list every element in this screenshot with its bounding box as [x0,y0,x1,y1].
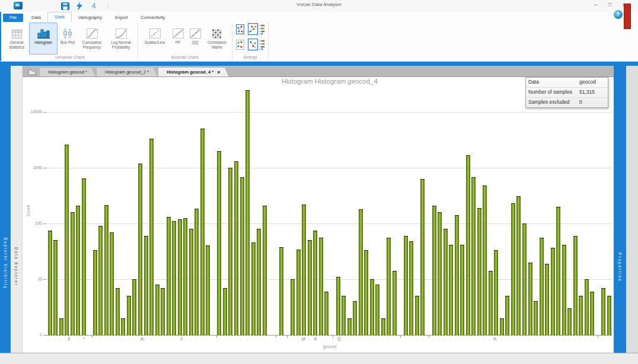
histogram-bar [104,205,109,336]
x-minor-label: - [320,337,321,341]
x-tick-mark [598,336,598,338]
x-minor-label: - [444,337,445,341]
sidebar-tab-properties[interactable]: Properties [614,66,626,353]
info-label: Number of samples [528,88,579,97]
doc-tab-2[interactable]: Histogram geocod_2 * [97,68,157,76]
x-minor-label: - [529,337,530,341]
x-minor-label: - [489,337,490,341]
x-minor-label: - [608,337,609,341]
x-minor-label: - [354,337,355,341]
histogram-bar [607,296,611,336]
x-minor-label: - [116,337,117,341]
histogram-bar [93,250,97,336]
doc-tab-1[interactable]: Histogram geocod * [40,68,95,76]
x-minor-label: - [94,337,95,341]
histogram-bar [65,145,69,336]
x-minor-label: - [167,337,168,341]
x-minor-label: - [551,337,553,341]
x-minor-label: - [151,337,152,341]
sidebar-tab-data-explorer[interactable]: Data Explorer [11,66,23,353]
histogram-bar [522,223,527,336]
x-minor-label: - [467,337,468,341]
histogram-bar [98,226,103,336]
histogram-bar [551,248,555,336]
gridline [46,223,612,224]
x-minor-label: - [297,337,298,341]
histogram-bar [494,250,498,336]
histogram-bar [144,236,148,336]
histogram-bar [189,229,193,336]
x-minor-label: - [100,337,101,341]
y-tick-mark [43,112,46,113]
x-minor-label: - [404,337,406,341]
x-minor-label: - [66,337,67,341]
histogram-bar [387,238,391,336]
x-minor-label: - [111,337,112,341]
x-tick-mark [333,336,333,338]
doc-tab-3[interactable]: Histogram geocod_4 *× [158,68,228,76]
x-minor-label: - [569,337,570,341]
x-axis-line [46,335,612,336]
x-minor-label: - [308,337,310,341]
x-minor-label: - [557,337,559,341]
x-minor-label: - [263,337,264,341]
x-minor-label: - [580,337,581,341]
gridline [46,168,612,168]
histogram-bar [149,139,154,336]
right-margin [626,66,638,353]
x-minor-label: - [524,337,525,341]
histogram-bar [567,308,572,336]
x-minor-label: - [49,337,50,341]
x-minor-label: - [518,337,519,341]
histogram-bar [477,208,481,336]
y-axis-label: Count [26,205,30,216]
histogram-bar [53,240,58,336]
x-axis-label: geocod [270,344,389,349]
x-minor-label: - [156,337,157,341]
histogram-bar [471,177,476,336]
histogram-bar [183,218,187,336]
histogram-bar [415,296,419,336]
x-tick-mark [92,336,92,338]
close-tab-icon[interactable]: × [217,69,220,75]
info-row: Samples excluded0 [526,98,608,107]
x-tick-label: pf [302,337,305,341]
histogram-bar [82,178,86,336]
histogram-bar [420,179,425,336]
histogram-bar [279,247,283,336]
x-minor-label: - [173,337,174,341]
x-tick-label: A [141,337,143,341]
x-minor-label: - [133,337,135,341]
histogram-bar [178,219,182,336]
histogram-bar [393,271,397,336]
y-tick-label: 100 [20,221,42,225]
info-value: 0 [579,98,605,107]
y-tick-label: 10 [20,277,42,281]
histogram-bar [585,279,589,336]
histogram-bar [353,301,357,336]
histogram-bar [449,245,453,336]
x-minor-label: - [224,337,225,341]
histogram-bar [556,207,560,336]
histogram-plot: 110100100010000Z*A2pfSQfx---------------… [0,0,638,364]
sidebar-tab-explorer-visibility[interactable]: Explorer Visibility [0,66,11,353]
x-minor-label: - [235,337,236,341]
histogram-bar [206,245,210,336]
histogram-bar [505,296,509,336]
histogram-bar [438,212,442,336]
histogram-bar [48,231,52,336]
open-file-icon[interactable] [25,68,39,76]
x-minor-label: - [201,337,202,341]
x-minor-label: - [247,337,248,341]
x-minor-label: - [473,337,474,341]
document-tab-bar: Histogram geocod *Histogram geocod_2 *Hi… [22,66,614,77]
x-minor-label: - [365,337,366,341]
histogram-bar [483,186,487,336]
histogram-bar [381,318,385,336]
histogram-bar [194,209,199,336]
x-minor-label: - [292,337,293,341]
vulcan-data-analyser-window: 4⋮ Vulcan Data Analyser –□× ? FileDataSt… [0,0,638,364]
x-minor-label: - [393,337,394,341]
gridline [46,112,612,113]
x-minor-label: - [162,337,163,341]
